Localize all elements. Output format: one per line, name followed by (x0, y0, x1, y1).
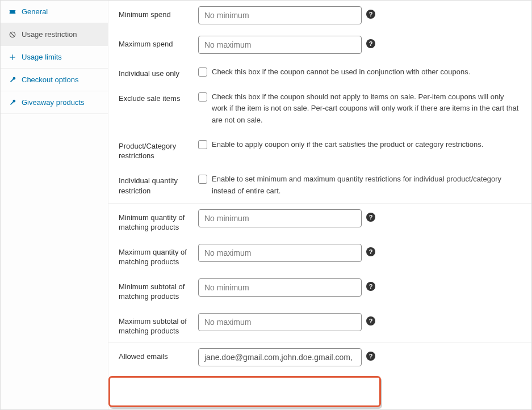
help-icon[interactable]: ? (366, 39, 375, 48)
label-prod-cat-restrict: Product/Category restrictions (119, 138, 198, 161)
label-individual-use: Individual use only (119, 65, 198, 79)
tab-label: Giveaway products (22, 98, 85, 107)
usage-restriction-content: Minimum spend ? Maximum spend ? Individu… (108, 1, 531, 409)
coupon-data-panel: General Usage restriction Usage limits C… (0, 0, 532, 410)
label-max-subtotal: Maximum subtotal of matching products (119, 313, 198, 336)
tab-general[interactable]: General (1, 1, 108, 23)
label-max-qty: Maximum quantity of matching products (119, 244, 198, 267)
help-icon[interactable]: ? (366, 316, 375, 326)
label-max-spend: Maximum spend (119, 36, 198, 49)
wrench-icon (9, 76, 16, 84)
label-min-qty: Minimum quantity of matching products (119, 209, 198, 233)
help-icon[interactable]: ? (366, 352, 375, 361)
min-qty-input[interactable] (198, 209, 362, 227)
ban-icon (9, 31, 16, 39)
label-min-subtotal: Minimum subtotal of matching products (119, 278, 198, 302)
tab-giveaway-products[interactable]: Giveaway products (1, 91, 108, 114)
tab-label: General (22, 7, 48, 16)
max-qty-input[interactable] (198, 244, 362, 262)
tab-usage-restriction[interactable]: Usage restriction (1, 23, 108, 46)
help-icon[interactable]: ? (366, 247, 375, 256)
min-spend-input[interactable] (198, 6, 362, 24)
tab-label: Usage limits (22, 53, 62, 61)
indiv-qty-restrict-checkbox[interactable] (198, 175, 207, 184)
tab-label: Usage restriction (22, 30, 77, 39)
wrench-icon (9, 99, 16, 107)
tab-checkout-options[interactable]: Checkout options (1, 69, 108, 91)
max-spend-input[interactable] (198, 36, 362, 54)
svg-line-1 (11, 32, 15, 36)
individual-use-checkbox[interactable] (198, 67, 207, 77)
help-icon[interactable]: ? (366, 10, 375, 19)
label-min-spend: Minimum spend (119, 6, 198, 20)
tab-label: Checkout options (22, 75, 78, 84)
min-subtotal-input[interactable] (198, 278, 362, 297)
desc-exclude-sale: Check this box if the coupon should not … (212, 90, 521, 126)
allowed-emails-input[interactable] (198, 348, 362, 366)
label-allowed-emails: Allowed emails (119, 348, 198, 362)
tab-usage-limits[interactable]: Usage limits (1, 46, 108, 69)
prod-cat-restrict-checkbox[interactable] (198, 140, 207, 149)
sliders-icon (9, 53, 16, 61)
help-icon[interactable]: ? (366, 282, 375, 291)
label-exclude-sale: Exclude sale items (119, 90, 198, 104)
label-indiv-qty-restrict: Individual quantity restriction (119, 172, 198, 196)
exclude-sale-checkbox[interactable] (198, 92, 207, 102)
coupon-tabs: General Usage restriction Usage limits C… (1, 1, 108, 409)
max-subtotal-input[interactable] (198, 313, 362, 331)
desc-prod-cat-restrict: Enable to apply coupon only if the cart … (212, 138, 521, 151)
desc-indiv-qty-restrict: Enable to set minimum and maximum quanti… (212, 172, 521, 197)
ticket-icon (9, 8, 16, 16)
desc-individual-use: Check this box if the coupon cannot be u… (212, 65, 521, 78)
help-icon[interactable]: ? (366, 213, 375, 222)
